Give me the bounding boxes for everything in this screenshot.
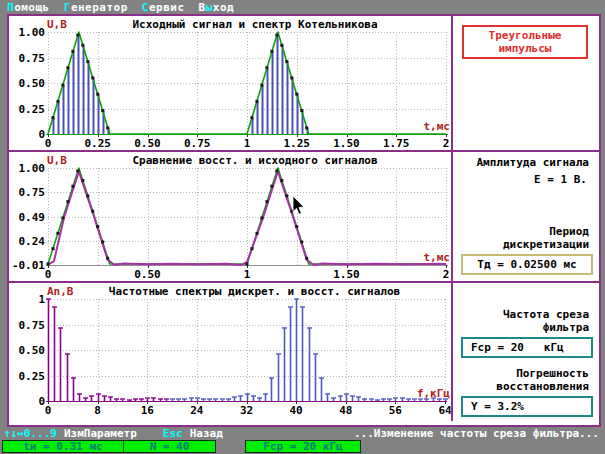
status-pulse-width: tи = 0.31 мс (3, 441, 124, 452)
status-signal-box: tи = 0.31 мс N = 40 (2, 440, 216, 453)
panel-signal-type: Треугольные импульсы (453, 16, 597, 150)
svg-text:0.25: 0.25 (19, 370, 46, 383)
svg-text:t,мс: t,мс (424, 120, 451, 133)
menu-item-help[interactable]: Помощь (7, 1, 50, 14)
menu-bar: Помощь Генератор Сервис Выход (0, 0, 605, 14)
svg-text:1.50: 1.50 (333, 137, 360, 150)
svg-text:16: 16 (141, 404, 155, 417)
chart-comparison-svg: 00.5011.5021.000.750.490.24-0.01Сравнени… (9, 152, 453, 283)
main-window: 00.250.500.7511.251.501.7521.000.750.500… (7, 14, 601, 427)
status-bar: tи = 0.31 мс N = 40 Fср = 20 кГц (0, 440, 605, 453)
svg-text:0.24: 0.24 (19, 235, 46, 248)
svg-text:1.00: 1.00 (19, 26, 46, 39)
svg-text:U,В: U,В (47, 154, 67, 167)
svg-text:1: 1 (244, 137, 251, 150)
svg-text:0: 0 (45, 137, 52, 150)
svg-text:8: 8 (94, 404, 101, 417)
error-box: Y = 3.2% (461, 396, 593, 417)
svg-text:0.50: 0.50 (19, 344, 46, 357)
panel-signal-params: Амплитуда сигнала Е = 1 В. Период дискре… (453, 152, 597, 281)
svg-text:2: 2 (443, 137, 450, 150)
amplitude-value: Е = 1 В. (453, 173, 597, 186)
cutoff-box: Fср = 20 кГц (461, 337, 593, 358)
svg-text:0.75: 0.75 (19, 186, 46, 199)
svg-text:Сравнение восст. и исходного с: Сравнение восст. и исходного сигналов (132, 154, 377, 167)
svg-text:Исходный сигнал и спектр Котел: Исходный сигнал и спектр Котельникова (132, 18, 377, 31)
chart-spectra: 081624324048566410.750.500.250Частотные … (9, 283, 453, 421)
svg-text:1.25: 1.25 (284, 137, 311, 150)
menu-item-service[interactable]: Сервис (142, 1, 185, 14)
hint-keys-esc: Esc (163, 427, 183, 440)
svg-text:56: 56 (389, 404, 403, 417)
cutoff-title: Частота среза фильтра (477, 309, 597, 335)
svg-text:0.50: 0.50 (19, 77, 46, 90)
chart-comparison: 00.5011.5021.000.750.490.24-0.01Сравнени… (9, 152, 453, 281)
signal-type-box: Треугольные импульсы (462, 25, 588, 59)
panel-filter-params: Частота среза фильтра Fср = 20 кГц Погре… (453, 283, 597, 421)
svg-text:0.50: 0.50 (134, 137, 161, 150)
sampling-period-box: Тд = 0.02500 мс (461, 254, 593, 275)
hint-bar: ↑↓↔0...9 ИзмПараметр Esc Назад ...Измене… (0, 427, 605, 440)
svg-text:1.00: 1.00 (19, 162, 46, 175)
svg-text:t,мс: t,мс (424, 251, 451, 264)
svg-text:0.50: 0.50 (134, 268, 161, 281)
svg-text:-0.01: -0.01 (12, 259, 45, 272)
hint-action-esc: Назад (190, 427, 223, 440)
svg-text:0.75: 0.75 (19, 52, 46, 65)
hint-keys-nav: ↑↓↔0...9 (4, 427, 57, 440)
hint-message: ...Изменение частоты среза фильтра... (354, 427, 599, 440)
svg-text:1.50: 1.50 (333, 268, 360, 281)
svg-text:40: 40 (290, 404, 303, 417)
svg-text:0.25: 0.25 (19, 103, 46, 116)
chart-original-signal: 00.250.500.7511.251.501.7521.000.750.500… (9, 16, 453, 150)
period-title: Период дискретизации (487, 226, 597, 252)
svg-text:48: 48 (339, 404, 352, 417)
svg-text:64: 64 (438, 404, 452, 417)
svg-text:0.75: 0.75 (19, 319, 46, 332)
row-spectra: 081624324048566410.750.500.250Частотные … (9, 283, 599, 421)
svg-text:1: 1 (38, 293, 45, 306)
status-cutoff: Fср = 20 кГц (246, 441, 360, 452)
status-samples: N = 40 (124, 441, 215, 452)
chart-spectra-svg: 081624324048566410.750.500.250Частотные … (9, 283, 453, 421)
error-title: Погрешность восстановления (477, 368, 597, 394)
chart-original-signal-svg: 00.250.500.7511.251.501.7521.000.750.500… (9, 16, 453, 152)
svg-text:0.25: 0.25 (85, 137, 112, 150)
row-original-signal: 00.250.500.7511.251.501.7521.000.750.500… (9, 16, 599, 152)
menu-item-generator[interactable]: Генератор (64, 1, 128, 14)
svg-text:0: 0 (45, 268, 52, 281)
svg-text:32: 32 (240, 404, 253, 417)
svg-text:0: 0 (38, 128, 45, 141)
svg-text:1: 1 (244, 268, 251, 281)
svg-text:Частотные спектры дискрет. и в: Частотные спектры дискрет. и восст. сигн… (109, 285, 400, 298)
svg-text:0: 0 (45, 404, 52, 417)
svg-text:24: 24 (190, 404, 204, 417)
status-cutoff-box: Fср = 20 кГц (245, 440, 361, 453)
svg-text:U,В: U,В (47, 18, 67, 31)
row-comparison: 00.5011.5021.000.750.490.24-0.01Сравнени… (9, 152, 599, 283)
svg-text:0.75: 0.75 (184, 137, 211, 150)
svg-text:0.49: 0.49 (19, 211, 46, 224)
svg-text:2: 2 (443, 268, 450, 281)
amplitude-title: Амплитуда сигнала (453, 157, 597, 170)
hint-action-nav: ИзмПараметр (64, 427, 137, 440)
menu-item-exit[interactable]: Выход (199, 1, 235, 14)
svg-text:An,В: An,В (47, 285, 74, 298)
svg-text:1.75: 1.75 (383, 137, 410, 150)
svg-text:0: 0 (38, 395, 45, 408)
